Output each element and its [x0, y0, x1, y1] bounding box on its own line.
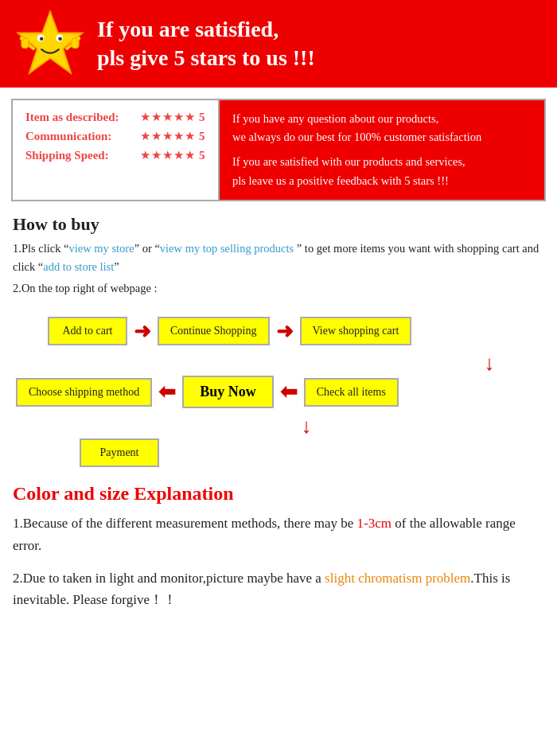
header-text: If you are satisfied, pls give 5 stars t… — [97, 15, 315, 73]
payment-btn[interactable]: Payment — [80, 438, 159, 467]
step1-end: ” — [114, 260, 119, 273]
svg-rect-7 — [20, 37, 24, 41]
step1-link1[interactable]: view my store — [68, 242, 134, 255]
color-point2-highlight: slight chromatism problem — [325, 571, 470, 586]
continue-shopping-btn[interactable]: Continue Shopping — [158, 317, 270, 345]
svg-point-4 — [58, 37, 62, 41]
arrow-right-1: ➜ — [134, 319, 151, 344]
color-point2-pre: 2.Due to taken in light and monitor,pict… — [13, 571, 325, 586]
rating-row-item: Item as described: ★★★★★ 5 — [25, 110, 205, 124]
star-mascot-icon — [14, 8, 86, 80]
header-banner: If you are satisfied, pls give 5 stars t… — [0, 0, 557, 88]
arrow-down-container-2: ↓ — [8, 416, 549, 437]
rating-row-comm: Communication: ★★★★★ 5 — [25, 129, 205, 143]
rating-stars-item: ★★★★★ — [140, 110, 196, 124]
color-point-1: 1.Because of the different measurement m… — [13, 512, 544, 555]
color-point1-highlight: 1-3cm — [357, 516, 391, 531]
svg-rect-10 — [76, 37, 80, 41]
ratings-right-line4: pls leave us a positive feedback with 5 … — [232, 172, 532, 190]
step1-mid: ” or “ — [134, 242, 160, 255]
check-items-btn[interactable]: Check all items — [304, 378, 399, 407]
rating-label-ship: Shipping Speed: — [25, 149, 137, 162]
color-section: Color and size Explanation 1.Because of … — [0, 475, 557, 629]
ratings-right-line1: If you have any question about our produ… — [232, 110, 532, 128]
ratings-left: Item as described: ★★★★★ 5 Communication… — [13, 100, 220, 200]
arrow-left-2: ⬅ — [280, 380, 298, 404]
rating-row-ship: Shipping Speed: ★★★★★ 5 — [25, 148, 205, 162]
how-to-buy-step2: 2.On the top right of webpage : — [13, 279, 544, 298]
flow-row-2: Choose shipping method ⬅ Buy Now ⬅ Check… — [8, 376, 549, 408]
ratings-section: Item as described: ★★★★★ 5 Communication… — [11, 99, 546, 201]
color-point-2: 2.Due to taken in light and monitor,pict… — [13, 567, 544, 610]
ratings-right-line2: we always do our best for 100% customer … — [232, 128, 532, 146]
rating-stars-ship: ★★★★★ — [140, 148, 196, 162]
add-to-cart-btn[interactable]: Add to cart — [48, 317, 127, 345]
how-to-buy-title: How to buy — [13, 214, 544, 235]
ratings-right: If you have any question about our produ… — [220, 100, 544, 200]
arrow-right-2: ➜ — [276, 319, 294, 344]
rating-num-item: 5 — [199, 111, 205, 124]
rating-num-comm: 5 — [199, 130, 205, 143]
color-point1-pre: 1.Because of the different measurement m… — [13, 516, 357, 531]
flow-diagram: Add to cart ➜ Continue Shopping ➜ View s… — [8, 317, 549, 467]
svg-point-3 — [40, 37, 44, 41]
arrow-down-container-1: ↓ — [8, 353, 549, 374]
rating-num-ship: 5 — [199, 149, 205, 162]
buy-now-btn[interactable]: Buy Now — [182, 376, 274, 408]
arrow-down-2: ↓ — [64, 416, 549, 437]
color-section-title: Color and size Explanation — [13, 483, 544, 505]
ratings-right-line3: If you are satisfied with our products a… — [232, 153, 532, 171]
choose-shipping-btn[interactable]: Choose shipping method — [16, 378, 152, 407]
how-to-buy-section: How to buy 1.Pls click “view my store” o… — [0, 206, 557, 306]
step1-link3[interactable]: add to store list — [43, 260, 114, 273]
flow-row-3: Payment — [8, 438, 549, 467]
step1-link2[interactable]: view my top selling products — [160, 242, 294, 255]
rating-label-item: Item as described: — [25, 111, 137, 124]
step1-pre: 1.Pls click “ — [13, 242, 68, 255]
view-cart-btn[interactable]: View shopping cart — [300, 317, 412, 345]
arrow-left-1: ⬅ — [158, 380, 176, 404]
rating-stars-comm: ★★★★★ — [140, 129, 196, 143]
flow-row-1: Add to cart ➜ Continue Shopping ➜ View s… — [8, 317, 549, 345]
rating-label-comm: Communication: — [25, 130, 137, 143]
arrow-down-1: ↓ — [430, 353, 549, 374]
how-to-buy-step1: 1.Pls click “view my store” or “view my … — [13, 240, 544, 276]
